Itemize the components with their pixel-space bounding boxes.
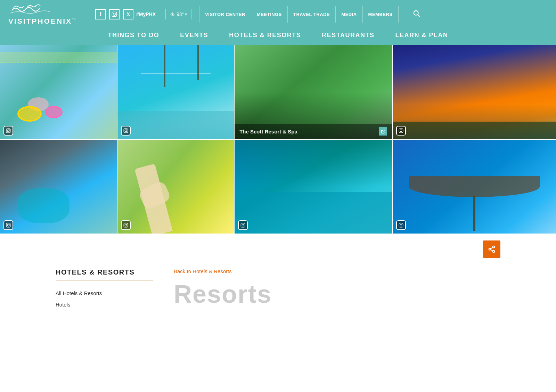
svg-point-29	[493, 251, 495, 253]
scott-resort-caption[interactable]: The Scott Resort & Spa	[235, 124, 392, 139]
sun-icon: ☀	[170, 11, 175, 18]
meetings-link[interactable]: MEETINGS	[251, 6, 288, 23]
svg-rect-8	[124, 129, 128, 133]
svg-point-23	[244, 224, 244, 224]
svg-point-2	[115, 13, 116, 13]
svg-point-17	[9, 224, 10, 224]
sidebar-link-hotels[interactable]: Hotels	[56, 299, 153, 310]
nav-restaurants[interactable]: RESTAURANTS	[322, 32, 374, 39]
photo-cell-scott[interactable]: The Scott Resort & Spa	[235, 45, 392, 139]
weather-widget[interactable]: ☀ 93° ▾	[170, 11, 187, 18]
svg-rect-5	[6, 129, 10, 133]
svg-line-31	[491, 247, 493, 249]
sidebar-title: HOTELS & RESORTS	[56, 268, 153, 280]
members-link[interactable]: MEMBERS	[363, 6, 399, 23]
svg-point-20	[126, 224, 127, 224]
instagram-badge-8	[396, 220, 406, 230]
svg-point-22	[242, 224, 244, 226]
photo-grid: The Scott Resort & Spa	[0, 45, 556, 234]
instagram-badge-5	[3, 220, 13, 230]
svg-point-27	[493, 246, 495, 248]
nav-learn-plan[interactable]: LEARN & PLAN	[395, 32, 448, 39]
social-links: f 𝕏	[95, 9, 133, 19]
site-header: VISITPHOENIX™ f 𝕏 #MyPHX ☀ 93° ▾ VISITOR…	[0, 0, 556, 45]
sidebar: HOTELS & RESORTS All Hotels & Resorts Ho…	[56, 268, 153, 310]
svg-rect-15	[6, 223, 10, 227]
svg-point-16	[7, 224, 9, 226]
share-button[interactable]	[483, 240, 500, 258]
photo-cell-sunset[interactable]	[393, 45, 556, 139]
svg-line-4	[418, 15, 420, 17]
svg-point-25	[400, 224, 402, 226]
photo-cell-infinity[interactable]	[117, 45, 234, 139]
weather-dropdown-arrow[interactable]: ▾	[185, 12, 187, 17]
nav-hotels-resorts[interactable]: HOTELS & RESORTS	[229, 32, 301, 39]
sidebar-link-all-hotels[interactable]: All Hotels & Resorts	[56, 287, 153, 299]
svg-line-30	[491, 250, 493, 251]
instagram-badge-6	[121, 220, 131, 230]
nav-things-to-do[interactable]: THINGS TO DO	[108, 32, 160, 39]
external-link-icon[interactable]	[379, 127, 387, 136]
main-page-content: Back to Hotels & Resorts Resorts	[174, 268, 500, 310]
travel-trade-link[interactable]: TRAVEL TRADE	[288, 6, 336, 23]
site-logo[interactable]: VISITPHOENIX™	[8, 3, 81, 25]
photo-cell-resort2[interactable]	[235, 140, 392, 234]
main-navigation: THINGS TO DO EVENTS HOTELS & RESORTS RES…	[0, 25, 556, 45]
svg-rect-24	[399, 223, 403, 227]
svg-point-1	[113, 13, 116, 16]
photo-cell-pool[interactable]	[0, 45, 117, 139]
svg-point-9	[125, 130, 127, 132]
svg-point-26	[402, 224, 402, 224]
nav-events[interactable]: EVENTS	[180, 32, 208, 39]
photo-cell-waterslide[interactable]	[117, 140, 234, 234]
breadcrumb-back-link[interactable]: Back to Hotels & Resorts	[174, 268, 232, 274]
visitor-center-link[interactable]: VISITOR CENTER	[199, 6, 251, 23]
svg-point-14	[402, 129, 402, 130]
share-section	[0, 234, 556, 258]
svg-point-28	[489, 248, 491, 250]
svg-point-10	[126, 129, 127, 130]
instagram-icon[interactable]	[109, 9, 120, 19]
svg-line-11	[383, 130, 385, 132]
facebook-icon[interactable]: f	[95, 9, 106, 19]
instagram-badge-1	[3, 126, 13, 136]
photo-cell-rockpool[interactable]	[0, 140, 117, 234]
temperature: 93°	[177, 11, 184, 17]
logo-waves	[8, 3, 81, 17]
header-top-row: VISITPHOENIX™ f 𝕏 #MyPHX ☀ 93° ▾ VISITOR…	[0, 0, 556, 25]
media-link[interactable]: MEDIA	[336, 6, 362, 23]
svg-point-13	[400, 130, 402, 132]
instagram-badge-2	[121, 126, 131, 136]
search-button[interactable]	[413, 10, 420, 19]
hashtag-label: #MyPHX	[136, 11, 156, 17]
instagram-badge-7	[238, 220, 248, 230]
svg-rect-12	[399, 129, 403, 133]
divider-2	[191, 9, 191, 19]
svg-point-6	[7, 130, 9, 132]
svg-rect-0	[112, 12, 116, 16]
svg-rect-18	[124, 223, 128, 227]
svg-point-3	[414, 10, 418, 15]
photo-cell-hammock[interactable]	[393, 140, 556, 234]
scott-resort-label: The Scott Resort & Spa	[239, 129, 297, 134]
twitter-icon[interactable]: 𝕏	[123, 9, 133, 19]
bottom-content: HOTELS & RESORTS All Hotels & Resorts Ho…	[0, 258, 556, 324]
divider-3	[403, 9, 403, 19]
instagram-badge-4	[396, 126, 406, 136]
svg-point-19	[125, 224, 127, 226]
svg-rect-21	[241, 223, 245, 227]
top-nav: VISITOR CENTER MEETINGS TRAVEL TRADE MED…	[199, 6, 398, 23]
svg-point-7	[9, 129, 10, 130]
logo-brand-name: VISITPHOENIX™	[8, 17, 81, 25]
divider-1	[165, 9, 166, 19]
page-heading: Resorts	[174, 281, 500, 307]
